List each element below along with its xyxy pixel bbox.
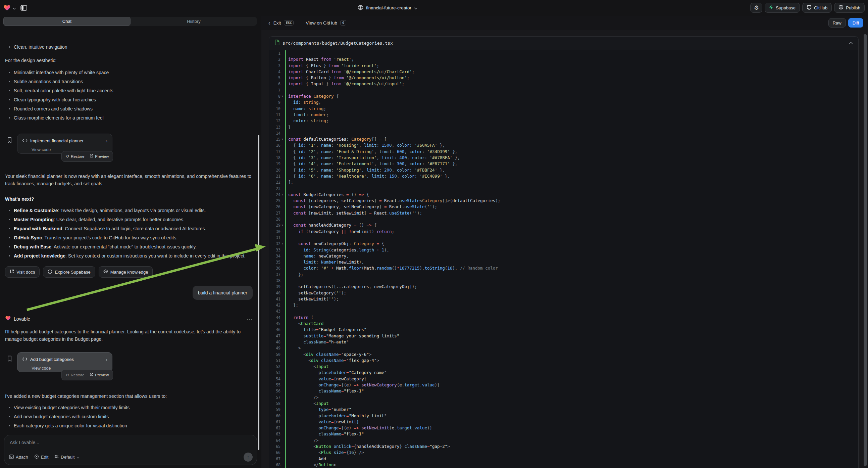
line-number: 34 (269, 253, 280, 259)
chat-messages[interactable]: Clean, intuitive navigation For the desi… (0, 42, 261, 432)
chat-scrollbar[interactable] (258, 135, 259, 450)
settings-button[interactable]: ⚙ (750, 3, 762, 13)
chat-input-placeholder: Ask Lovable... (10, 440, 251, 445)
message-menu-button[interactable]: ··· (247, 315, 253, 323)
preview-button[interactable]: Preview (90, 371, 109, 379)
fold-gutter (280, 81, 284, 87)
chevron-right-icon: › (106, 356, 107, 363)
line-number: 25 (269, 198, 280, 204)
code-scrollbar[interactable] (864, 34, 867, 466)
view-on-github-button[interactable]: View on GitHub G (306, 20, 346, 26)
line-number: 65 (269, 443, 280, 449)
fold-chevron-icon[interactable]: ∨ (280, 192, 284, 198)
code-lines: 12import React from 'react';3import { Pl… (269, 50, 858, 468)
version-actions: ↺Restore Preview (61, 370, 113, 380)
code-text: import { Input } from '@/components/ui/i… (284, 81, 404, 87)
fold-chevron-icon[interactable]: ∨ (280, 222, 284, 228)
list-item: Each category gets a unique color for vi… (5, 422, 253, 429)
version-card-implement-financial-planner[interactable]: Implement financial planner › View code (17, 134, 113, 154)
github-button[interactable]: GitHub (802, 3, 832, 13)
tab-chat[interactable]: Chat (3, 17, 130, 26)
line-number: 16 (269, 142, 280, 148)
mode-select[interactable]: Default (54, 455, 80, 460)
fold-chevron-icon[interactable]: ∨ (280, 241, 284, 247)
fold-gutter (280, 351, 284, 357)
line-number: 48 (269, 339, 280, 345)
explore-supabase-button[interactable]: Explore Supabase (43, 266, 95, 277)
fold-gutter (280, 315, 284, 321)
fold-gutter (280, 56, 284, 62)
logo-menu-chevron-icon[interactable] (13, 5, 16, 11)
line-number: 11 (269, 112, 280, 118)
fold-gutter (280, 87, 284, 93)
line-number: 53 (269, 370, 280, 376)
send-button[interactable]: ↑ (244, 452, 253, 462)
line-number: 40 (269, 290, 280, 296)
manage-knowledge-button[interactable]: Manage knowledge (99, 266, 153, 277)
chat-input-box[interactable]: Ask Lovable... Attach Edit Default ↑ (4, 435, 257, 465)
version-card-add-budget-categories[interactable]: Add budget categories › View code (17, 352, 113, 372)
line-number: 26 (269, 204, 280, 210)
preview-button[interactable]: Preview (90, 153, 109, 160)
supabase-label: Supabase (776, 5, 796, 10)
project-chevron-icon (414, 5, 417, 10)
external-link-icon (90, 371, 93, 379)
line-number: 43 (269, 308, 280, 314)
list-item: Add new budget categories with custom li… (5, 413, 253, 420)
fold-gutter (280, 63, 284, 69)
fold-gutter (280, 419, 284, 425)
code-line: 58 <Input (269, 401, 858, 407)
publish-button[interactable]: Publish (834, 3, 865, 13)
list-item: Master Prompting: Use clear, detailed, a… (5, 216, 253, 223)
code-text: if (!newCategory || !newLimit) return; (284, 229, 394, 235)
code-line: 54 value={newCategory} (269, 376, 858, 382)
code-text: <div className="space-y-6"> (284, 351, 371, 357)
code-line: 21 { id: '6', name: 'Healthcare', limit:… (269, 173, 858, 179)
mode-label: Default (61, 455, 74, 460)
restore-label: Restore (71, 153, 84, 160)
line-number: 68 (269, 462, 280, 468)
bullet-icon (9, 117, 10, 118)
edit-button[interactable]: Edit (34, 454, 48, 460)
code-line: 46 title="Budget Categories" (269, 327, 858, 333)
fold-chevron-icon[interactable]: ∨ (280, 93, 284, 99)
attach-button[interactable]: Attach (9, 455, 28, 460)
bookmark-icon[interactable] (7, 137, 12, 145)
fold-chevron-icon[interactable]: ∨ (280, 136, 284, 142)
code-text: const [newCategory, setNewCategory] = Re… (284, 204, 437, 210)
code-line: 65 <Button onClick={handleAddCategory} c… (269, 443, 858, 449)
restore-icon: ↺ (66, 373, 69, 377)
line-number: 32 (269, 241, 280, 247)
collapse-file-button[interactable] (849, 42, 853, 44)
code-text: onChange={(e) => setNewCategory(e.target… (284, 382, 440, 388)
code-text: return ( (284, 315, 313, 321)
code-line: 41 setNewLimit(''); (269, 296, 858, 302)
chat-tabs: Chat History (3, 17, 257, 26)
code-line: 60 placeholder="Monthly limit" (269, 413, 858, 419)
exit-button[interactable]: ‹ Exit ESC (269, 20, 293, 26)
code-line: 47 subtitle="Manage your spending limits… (269, 333, 858, 339)
raw-button[interactable]: Raw (829, 18, 846, 28)
file-header[interactable]: src/components/budget/BudgetCategories.t… (269, 37, 858, 50)
code-editor[interactable]: 12import React from 'react';3import { Pl… (269, 50, 858, 468)
tab-history[interactable]: History (130, 17, 257, 26)
fold-gutter (280, 376, 284, 382)
restore-label: Restore (71, 371, 84, 379)
sidebar-toggle-button[interactable] (21, 5, 27, 11)
fold-gutter (280, 253, 284, 259)
diff-button[interactable]: Diff (848, 18, 863, 28)
restore-button[interactable]: ↺Restore (66, 153, 84, 160)
lovable-logo-icon[interactable] (3, 4, 11, 12)
project-switcher[interactable]: financial-future-creator (358, 0, 417, 16)
visit-docs-button[interactable]: Visit docs (5, 266, 39, 277)
code-text: <Input (284, 363, 329, 370)
restore-button[interactable]: ↺Restore (66, 371, 84, 379)
app-window: financial-future-creator ⚙ Supabase GitH… (0, 0, 868, 468)
code-text: className="h-auto" (284, 339, 349, 345)
line-number: 59 (269, 407, 280, 413)
code-panel: ‹ Exit ESC View on GitHub G Raw Diff src… (261, 16, 868, 468)
code-line: 23 (269, 186, 858, 192)
list-item: Clean, intuitive navigation (5, 43, 253, 51)
bookmark-icon[interactable] (7, 355, 12, 364)
supabase-button[interactable]: Supabase (765, 3, 800, 13)
